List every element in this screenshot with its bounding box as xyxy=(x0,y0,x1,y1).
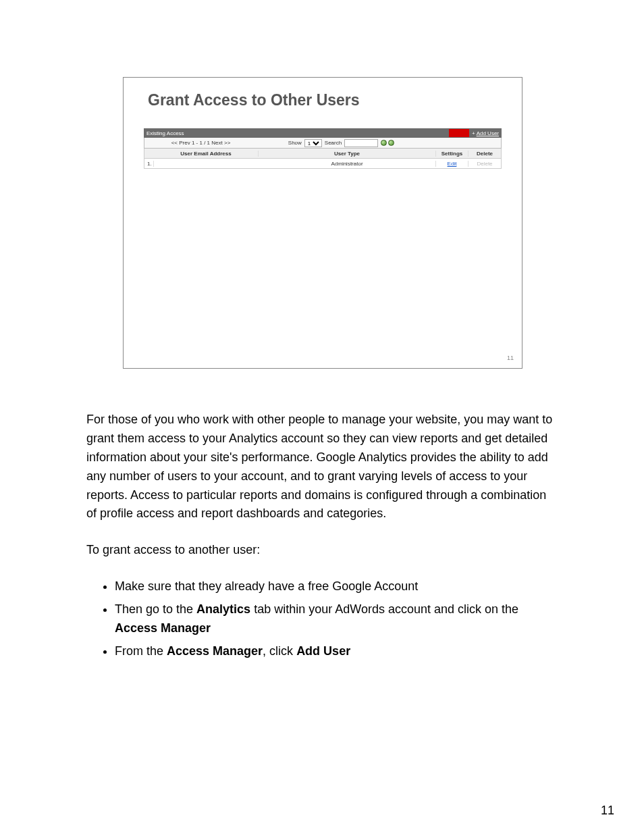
list-item: Then go to the Analytics tab within your… xyxy=(115,600,559,638)
search-input[interactable] xyxy=(344,139,378,147)
paragraph-1: For those of you who work with other peo… xyxy=(86,411,559,523)
toolbar: << Prev 1 - 1 / 1 Next >> Show 10 Search xyxy=(144,138,502,149)
panel-title: Existing Access xyxy=(146,130,184,136)
delete-disabled: Delete xyxy=(477,161,492,167)
grid-header-row: User Email Address User Type Settings De… xyxy=(144,149,502,159)
edit-link[interactable]: Edit xyxy=(448,161,457,167)
col-delete: Delete xyxy=(468,151,501,157)
list-intro: To grant access to another user: xyxy=(86,541,559,560)
slide-title: Grant Access to Other Users xyxy=(148,91,502,109)
show-label: Show xyxy=(288,140,302,146)
next-link[interactable]: Next >> xyxy=(211,140,230,146)
add-user-link[interactable]: Add User xyxy=(477,130,499,136)
panel-header: Existing Access + Add User xyxy=(144,128,502,138)
row-num: 1. xyxy=(144,161,154,167)
pager: << Prev 1 - 1 / 1 Next >> xyxy=(149,140,253,146)
list-item: From the Access Manager, click Add User xyxy=(115,642,559,661)
pager-range: 1 - 1 / 1 xyxy=(192,140,210,146)
table-row: 1. Administrator Edit Delete xyxy=(144,159,502,169)
slide-page-number: 11 xyxy=(507,355,514,361)
col-type: User Type xyxy=(259,151,436,157)
search-icons xyxy=(381,140,394,146)
show-search-group: Show 10 Search xyxy=(253,139,429,147)
col-settings: Settings xyxy=(436,151,468,157)
list-item: Make sure that they already have a free … xyxy=(115,577,559,596)
show-select[interactable]: 10 xyxy=(304,139,322,147)
search-label: Search xyxy=(325,140,342,146)
access-panel: Existing Access + Add User << Prev 1 - 1… xyxy=(144,128,502,169)
search-clear-icon[interactable] xyxy=(388,140,394,146)
document-body: For those of you who work with other peo… xyxy=(86,411,559,665)
col-email: User Email Address xyxy=(154,151,259,157)
page-number: 11 xyxy=(601,804,614,818)
search-go-icon[interactable] xyxy=(381,140,387,146)
instruction-list: Make sure that they already have a free … xyxy=(115,577,559,661)
prev-link[interactable]: << Prev xyxy=(171,140,190,146)
highlight-box xyxy=(449,129,469,137)
row-type: Administrator xyxy=(259,161,436,167)
plus-icon: + xyxy=(472,130,475,136)
slide-frame: Grant Access to Other Users Existing Acc… xyxy=(123,77,522,369)
